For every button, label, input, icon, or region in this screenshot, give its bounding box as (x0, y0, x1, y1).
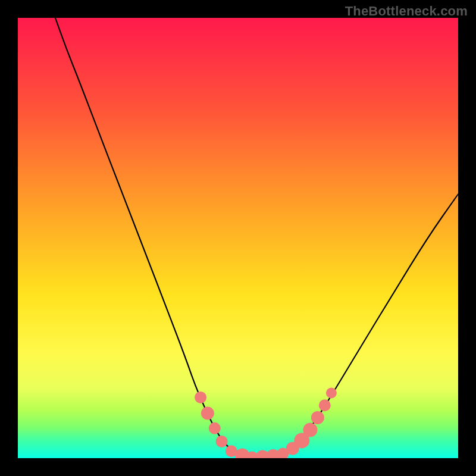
chart-stage: TheBottleneck.com (0, 0, 476, 476)
curve-layer (18, 18, 458, 458)
curve-marker (201, 407, 214, 420)
curve-marker (311, 411, 324, 424)
curve-marker (319, 399, 331, 411)
bottleneck-curve (55, 18, 458, 458)
curve-marker (216, 436, 228, 447)
curve-marker (303, 423, 317, 437)
curve-marker (209, 422, 221, 434)
plot-area (18, 18, 458, 458)
curve-marker (326, 388, 337, 399)
watermark-text: TheBottleneck.com (345, 4, 468, 19)
curve-marker (195, 392, 206, 403)
curve-markers (195, 388, 337, 459)
